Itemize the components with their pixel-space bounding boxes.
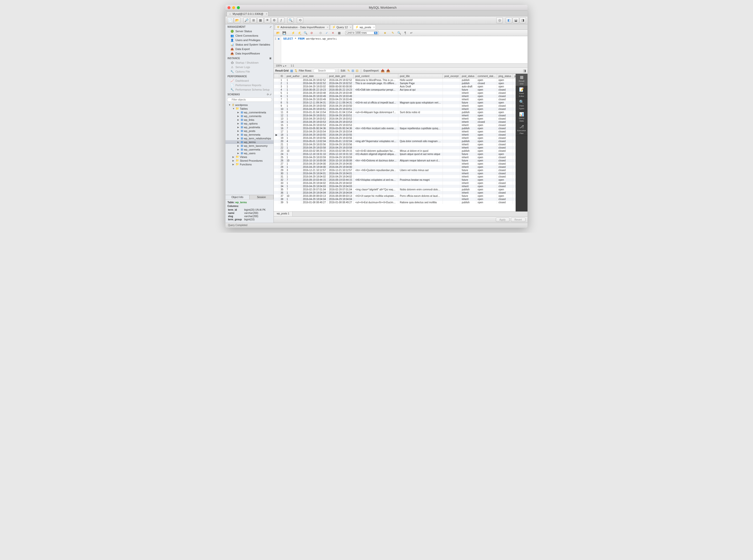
table-node[interactable]: ▶▦wp_users <box>225 151 273 155</box>
rollback-button[interactable]: ✕ <box>330 31 335 35</box>
table-node[interactable]: ▶▦wp_options <box>225 122 273 125</box>
table-row[interactable]: 2112016-04-29 18:03:562016-04-29 18:03:5… <box>274 143 516 146</box>
sidebar-item[interactable]: 👤Users and Privileges <box>225 38 273 42</box>
beautify-button[interactable]: ✎ <box>390 31 395 35</box>
sidebar-item[interactable]: ⏻Startup / Shutdown <box>225 60 273 65</box>
shortcuts-button[interactable]: ◎ <box>496 17 503 23</box>
side-panel-tab[interactable]: 📊QueryStats <box>516 111 528 123</box>
delete-row-button[interactable]: ⊟ <box>356 69 359 73</box>
maximize-button[interactable] <box>237 6 240 9</box>
save-file-button[interactable]: 💾 <box>282 31 287 35</box>
close-icon[interactable]: × <box>350 26 351 29</box>
views-folder[interactable]: ▶📁Views <box>225 155 273 159</box>
table-row[interactable]: 3412016-04-29 18:04:032016-04-29 18:04:0… <box>274 185 516 188</box>
table-node[interactable]: ▶▦wp_term_taxonomy <box>225 144 273 147</box>
table-row[interactable]: 3572016-02-28 07:01:042016-02-28 07:01:0… <box>274 188 516 191</box>
table-row[interactable]: ▶1812016-04-29 18:03:552016-04-29 18:03:… <box>274 133 516 136</box>
table-row[interactable]: 912016-04-29 18:03:502016-04-29 18:03:50… <box>274 104 516 107</box>
table-row[interactable]: 2412016-12-18 19:31:102016-12-18 19:31:1… <box>274 153 516 156</box>
table-row[interactable]: 3952016-01-08 08:49:272016-01-08 08:49:2… <box>274 201 516 204</box>
sidebar-item[interactable]: 🔧Options File <box>225 69 273 74</box>
table-row[interactable]: 23102016-03-02 08:29:152016-03-02 08:29:… <box>274 149 516 153</box>
sidebar-item[interactable]: 🔧Performance Schema Setup <box>225 87 273 92</box>
wrap-cells-button[interactable]: ◨ <box>523 69 526 73</box>
sidebar-item[interactable]: 👥Client Connections <box>225 34 273 38</box>
panel-bottom-button[interactable]: ⬓ <box>513 17 519 23</box>
column-header[interactable]: post_title <box>398 74 443 79</box>
filter-objects-input[interactable] <box>227 98 272 102</box>
tab-object-info[interactable]: Object Info <box>225 195 249 199</box>
sidebar-item[interactable]: 🟢Server Status <box>225 29 273 34</box>
side-panel-tab[interactable]: ▦ResultGrid <box>516 74 528 86</box>
result-grid[interactable]: IDpost_authorpost_datepost_date_gmtpost_… <box>274 74 516 212</box>
table-row[interactable]: 1412016-04-29 18:03:532016-04-29 18:03:5… <box>274 120 516 123</box>
column-header[interactable]: post_status <box>460 74 476 79</box>
row-limit-select[interactable]: Limit to 1000 rows⇅ <box>345 31 379 35</box>
filter-rows-input[interactable] <box>313 69 335 73</box>
minimize-button[interactable] <box>232 6 235 9</box>
tab-session[interactable]: Session <box>249 195 273 199</box>
table-node[interactable]: ▶▦wp_terms <box>225 140 273 144</box>
stop-button[interactable]: ⊘ <box>309 31 314 35</box>
new-sql-tab-button[interactable]: 📄 <box>227 17 233 23</box>
table-node[interactable]: ▶▦wp_term_relationships <box>225 136 273 140</box>
reconnect-button[interactable]: ⟲ <box>297 17 303 23</box>
result-tab-1[interactable]: wp_posts 1 <box>274 212 292 216</box>
side-panel-tab[interactable]: ⎇ExecutionPlan <box>516 123 528 136</box>
table-node[interactable]: ▶▦wp_usermeta <box>225 147 273 151</box>
table-row[interactable]: 2932016-12-21 10:12:572016-12-21 10:12:5… <box>274 168 516 172</box>
sidebar-item[interactable]: 📤Data Export <box>225 47 273 51</box>
export-button[interactable]: 📤 <box>381 69 385 73</box>
open-file-button[interactable]: 📂 <box>275 31 281 35</box>
table-row[interactable]: 112016-04-29 18:02:522016-04-29 18:02:52… <box>274 79 516 82</box>
zoom-pct[interactable]: 100% ▲▼ <box>276 64 287 67</box>
column-header[interactable]: post_content <box>354 74 398 79</box>
table-node[interactable]: ▶▦wp_comments <box>225 114 273 118</box>
autocommit-button[interactable]: ✓ <box>324 31 329 35</box>
add-row-button[interactable]: ⊞ <box>351 69 354 73</box>
table-row[interactable]: 2812016-04-29 18:04:002016-04-29 18:04:0… <box>274 165 516 168</box>
table-row[interactable]: 3312016-04-29 18:04:022016-04-29 18:04:0… <box>274 181 516 185</box>
table-row[interactable]: 1012016-04-29 18:03:512016-04-29 18:03:5… <box>274 107 516 111</box>
table-node[interactable]: ▶▦wp_posts <box>225 129 273 133</box>
commit-button[interactable]: ⊙ <box>318 31 323 35</box>
column-header[interactable]: post_excerpt <box>443 74 460 79</box>
new-view-button[interactable]: 👁 <box>264 17 270 23</box>
table-row[interactable]: 2512016-04-29 18:03:592016-04-29 18:03:5… <box>274 156 516 159</box>
apply-button[interactable]: Apply <box>496 218 509 222</box>
refresh-expand-icon[interactable]: ⟳ ⤢ <box>267 93 271 96</box>
table-node[interactable]: ▶▦wp_commentmeta <box>225 111 273 114</box>
search-button[interactable]: 🔍 <box>287 17 294 23</box>
table-row[interactable]: 3112016-04-29 18:04:022016-04-29 18:04:0… <box>274 175 516 178</box>
sql-tab[interactable]: ⚙Administration - Data Import/Restore× <box>275 24 329 29</box>
close-icon[interactable]: × <box>327 26 328 29</box>
table-row[interactable]: 1512016-04-29 18:03:532016-04-29 18:03:5… <box>274 123 516 127</box>
table-row[interactable]: 212016-04-29 18:02:522016-04-29 18:02:52… <box>274 82 516 85</box>
table-row[interactable]: 1182016-01-31 04:13:542016-01-31 04:13:5… <box>274 111 516 114</box>
close-button[interactable] <box>227 6 230 9</box>
table-row[interactable]: 1712016-04-29 18:03:542016-04-29 18:03:5… <box>274 130 516 133</box>
open-sql-button[interactable]: 📂 <box>234 17 240 23</box>
table-row[interactable]: 1312016-04-29 18:03:522016-04-29 18:03:5… <box>274 117 516 120</box>
table-row[interactable]: 37102016-08-09 08:03:132016-08-09 08:03:… <box>274 194 516 198</box>
import-button[interactable]: 📥 <box>386 69 390 73</box>
toggle-button[interactable]: ▦ <box>337 31 342 35</box>
close-tab-icon[interactable]: × <box>266 13 267 15</box>
column-header[interactable]: post_date <box>301 74 327 79</box>
favorite-button[interactable]: ★ <box>382 31 388 35</box>
table-row[interactable]: 1672016-03-05 00:34:362016-03-05 00:34:3… <box>274 127 516 130</box>
table-row[interactable]: 712016-04-29 18:03:492016-04-29 18:03:49… <box>274 98 516 101</box>
column-header[interactable]: ping_status <box>497 74 513 79</box>
new-schema-button[interactable]: ⊞ <box>250 17 257 23</box>
table-node[interactable]: ▶▦wp_postmeta <box>225 125 273 129</box>
table-row[interactable]: 3812016-04-29 18:04:042016-04-29 18:04:0… <box>274 198 516 201</box>
column-header[interactable]: post_date_gmt <box>327 74 354 79</box>
sql-tab[interactable]: ⚡wp_posts× <box>353 24 376 29</box>
wrap-button[interactable]: ↵ <box>409 31 414 35</box>
edit-row-button[interactable]: ✎ <box>347 69 350 73</box>
table-row[interactable]: 2712016-04-29 18:04:002016-04-29 18:04:0… <box>274 162 516 165</box>
revert-button[interactable]: Revert <box>511 218 526 222</box>
table-row[interactable]: 3272016-09-19 03:44:152016-09-19 03:44:1… <box>274 178 516 181</box>
table-row[interactable]: 2212016-04-29 18:03:582016-04-29 18:03:5… <box>274 146 516 149</box>
close-icon[interactable]: × <box>373 26 375 29</box>
